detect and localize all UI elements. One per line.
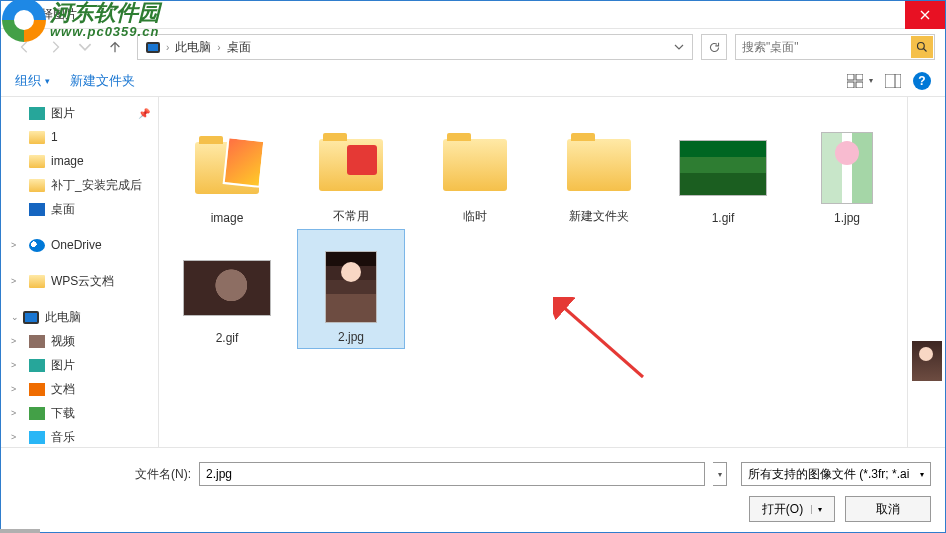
chevron-down-icon: ▾	[811, 505, 822, 514]
organize-label: 组织	[15, 72, 41, 90]
sidebar-item-文档[interactable]: >文档	[1, 377, 158, 401]
nav-row: › 此电脑 › 桌面	[1, 29, 945, 65]
chevron-down-icon[interactable]: ▾	[869, 76, 873, 85]
folder-icon	[29, 155, 45, 168]
sidebar-item-WPS云文档[interactable]: >WPS云文档	[1, 269, 158, 293]
expander-icon[interactable]: >	[11, 240, 16, 250]
chevron-down-icon: ▾	[920, 470, 924, 479]
window-title: 选择图片	[29, 6, 905, 23]
svg-rect-1	[847, 74, 854, 80]
close-icon	[920, 10, 930, 20]
refresh-button[interactable]	[701, 34, 727, 60]
crumb-pc[interactable]: 此电脑	[175, 39, 211, 56]
open-label: 打开(O)	[762, 501, 803, 518]
file-item-临时[interactable]: 临时	[421, 109, 529, 229]
view-thumbnails-button[interactable]	[847, 73, 863, 89]
filename-label: 文件名(N):	[15, 466, 191, 483]
file-item-1.gif[interactable]: 1.gif	[669, 109, 777, 229]
sidebar-item-桌面[interactable]: 桌面	[1, 197, 158, 221]
arrow-right-icon	[48, 40, 62, 54]
help-button[interactable]: ?	[913, 72, 931, 90]
up-button[interactable]	[101, 33, 129, 61]
footer: 文件名(N): ▾ 所有支持的图像文件 (*.3fr; *.ai ▾ 打开(O)…	[1, 447, 945, 532]
search-button[interactable]	[911, 36, 933, 58]
folder-icon	[29, 275, 45, 288]
expander-icon[interactable]: >	[11, 360, 16, 370]
expander-icon[interactable]: >	[11, 336, 16, 346]
file-name-label: 临时	[463, 208, 487, 225]
preview-pane-button[interactable]	[885, 73, 901, 89]
sidebar-item-OneDrive[interactable]: >OneDrive	[1, 233, 158, 257]
file-name-label: 不常用	[333, 208, 369, 225]
expander-icon[interactable]: >	[11, 432, 16, 442]
sidebar-item-音乐[interactable]: >音乐	[1, 425, 158, 447]
image-thumbnail	[821, 132, 873, 204]
folder-icon	[29, 407, 45, 420]
crumb-desktop[interactable]: 桌面	[227, 39, 251, 56]
folder-icon	[29, 359, 45, 372]
filter-label: 所有支持的图像文件 (*.3fr; *.ai	[748, 466, 909, 483]
breadcrumb: › 此电脑 › 桌面	[146, 39, 251, 56]
refresh-icon	[708, 41, 721, 54]
toolbar: 组织 ▾ 新建文件夹 ▾ ?	[1, 65, 945, 97]
sidebar-item-label: 图片	[51, 357, 75, 374]
file-item-新建文件夹[interactable]: 新建文件夹	[545, 109, 653, 229]
arrow-left-icon	[18, 40, 32, 54]
pc-icon	[146, 42, 160, 53]
view-switch: ▾	[847, 73, 873, 89]
cancel-button[interactable]: 取消	[845, 496, 931, 522]
expander-icon[interactable]: >	[11, 408, 16, 418]
sidebar-item-图片[interactable]: 图片📌	[1, 101, 158, 125]
file-item-1.jpg[interactable]: 1.jpg	[793, 109, 901, 229]
file-name-label: 2.jpg	[338, 330, 364, 344]
svg-rect-2	[856, 74, 863, 80]
expander-icon[interactable]: >	[11, 384, 16, 394]
recent-dd-button[interactable]	[71, 33, 99, 61]
organize-button[interactable]: 组织 ▾	[15, 72, 50, 90]
sidebar: 图片📌1image补丁_安装完成后桌面>OneDrive>WPS云文档⌄此电脑>…	[1, 97, 159, 447]
sidebar-item-图片[interactable]: >图片	[1, 353, 158, 377]
file-item-2.gif[interactable]: 2.gif	[173, 229, 281, 349]
dialog-body: 图片📌1image补丁_安装完成后桌面>OneDrive>WPS云文档⌄此电脑>…	[1, 97, 945, 447]
close-button[interactable]	[905, 1, 945, 29]
search-box[interactable]	[735, 34, 935, 60]
arrow-up-icon	[108, 40, 122, 54]
file-item-不常用[interactable]: 不常用	[297, 109, 405, 229]
sidebar-item-补丁_安装完成后[interactable]: 补丁_安装完成后	[1, 173, 158, 197]
folder-icon	[195, 142, 259, 194]
chevron-down-icon	[674, 42, 684, 52]
search-icon	[916, 41, 928, 53]
address-bar[interactable]: › 此电脑 › 桌面	[137, 34, 693, 60]
svg-rect-5	[885, 74, 901, 88]
forward-button[interactable]	[41, 33, 69, 61]
file-area[interactable]: image不常用临时新建文件夹1.gif1.jpg2.gif2.jpg	[159, 97, 907, 447]
file-type-filter[interactable]: 所有支持的图像文件 (*.3fr; *.ai ▾	[741, 462, 931, 486]
search-input[interactable]	[742, 40, 911, 54]
chevron-down-icon: ▾	[45, 76, 50, 86]
new-folder-button[interactable]: 新建文件夹	[70, 72, 135, 90]
filename-input[interactable]	[199, 462, 705, 486]
file-item-2.jpg[interactable]: 2.jpg	[297, 229, 405, 349]
sidebar-item-label: 此电脑	[45, 309, 81, 326]
folder-icon	[319, 139, 383, 191]
expander-icon[interactable]: >	[11, 276, 16, 286]
sidebar-item-1[interactable]: 1	[1, 125, 158, 149]
sidebar-item-下载[interactable]: >下载	[1, 401, 158, 425]
address-dropdown[interactable]	[674, 42, 684, 52]
sidebar-item-此电脑[interactable]: ⌄此电脑	[1, 305, 158, 329]
sidebar-item-视频[interactable]: >视频	[1, 329, 158, 353]
app-icon	[7, 7, 23, 23]
sidebar-item-label: 图片	[51, 105, 75, 122]
sidebar-item-image[interactable]: image	[1, 149, 158, 173]
folder-icon	[567, 139, 631, 191]
image-thumbnail	[679, 140, 767, 196]
folder-icon	[29, 203, 45, 216]
back-button[interactable]	[11, 33, 39, 61]
sidebar-item-label: 1	[51, 130, 58, 144]
sidebar-item-label: 桌面	[51, 201, 75, 218]
filename-history-dropdown[interactable]: ▾	[713, 462, 727, 486]
svg-line-7	[561, 305, 643, 377]
file-item-image[interactable]: image	[173, 109, 281, 229]
open-button[interactable]: 打开(O) ▾	[749, 496, 835, 522]
expander-icon[interactable]: ⌄	[11, 312, 19, 322]
